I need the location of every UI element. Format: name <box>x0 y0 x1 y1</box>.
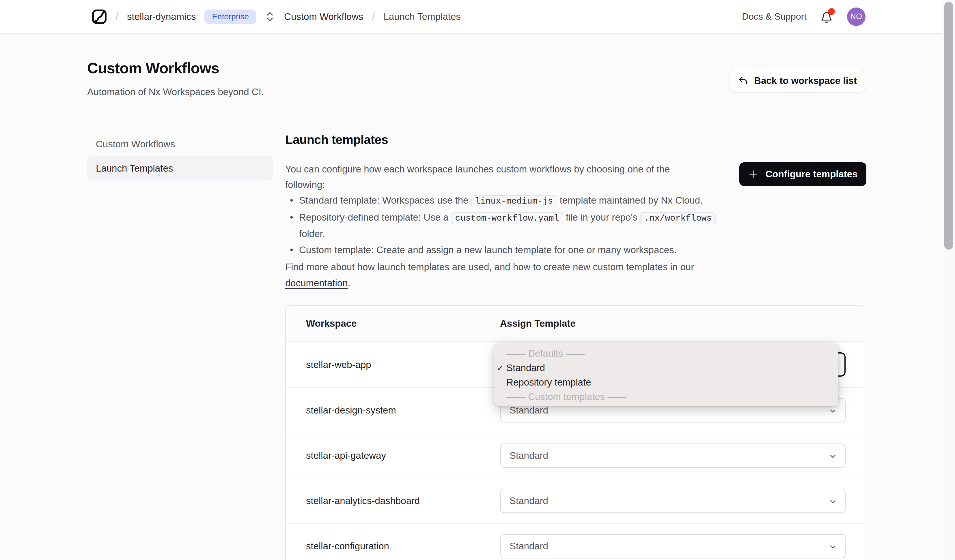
select-value: Standard <box>510 405 548 416</box>
list-item: Custom template: Create and assign a new… <box>285 242 747 258</box>
top-nav: / stellar-dynamics Enterprise Custom Wor… <box>0 0 955 34</box>
dropdown-option-repository-template[interactable]: Repository template <box>494 375 838 390</box>
breadcrumb-page: Launch Templates <box>384 11 461 22</box>
nav-actions: Docs & Support NO <box>742 8 866 26</box>
section-title: Launch templates <box>285 133 388 147</box>
configure-button-label: Configure templates <box>766 169 858 179</box>
dropdown-option-label: Standard <box>506 362 545 373</box>
configure-templates-button[interactable]: Configure templates <box>739 162 866 186</box>
code-chip: .nx/workflows <box>640 212 715 225</box>
docs-support-link[interactable]: Docs & Support <box>742 11 806 22</box>
table-row: stellar-analytics-dashboard Standard <box>286 478 865 523</box>
table-header: Workspace Assign Template <box>286 306 865 342</box>
intro-line1: You can configure how each workspace lau… <box>285 164 670 175</box>
find-more-paragraph: Find more about how launch templates are… <box>285 259 736 291</box>
dropdown-group-custom-templates: —— Custom templates —— <box>494 390 838 404</box>
workspace-name: stellar-api-gateway <box>306 433 386 478</box>
dropdown-option-standard[interactable]: ✓ Standard <box>494 361 838 375</box>
find-more-text: Find more about how launch templates are… <box>285 262 694 272</box>
back-button-label: Back to workspace list <box>754 75 857 86</box>
scrollbar-thumb[interactable] <box>944 2 953 250</box>
breadcrumb-separator: / <box>372 11 375 23</box>
back-to-workspace-list-button[interactable]: Back to workspace list <box>730 69 865 92</box>
template-options-list: Standard template: Workspaces use the li… <box>285 193 747 258</box>
notifications-button[interactable] <box>819 9 834 24</box>
chevron-down-icon <box>828 406 838 416</box>
documentation-link[interactable]: documentation <box>285 278 348 289</box>
breadcrumb-section[interactable]: Custom Workflows <box>284 11 363 22</box>
template-select[interactable]: Standard <box>500 534 845 558</box>
avatar[interactable]: NO <box>847 8 866 26</box>
column-header-workspace: Workspace <box>306 318 500 329</box>
enterprise-badge: Enterprise <box>204 9 256 24</box>
select-value: Standard <box>510 450 548 461</box>
checkmark-icon: ✓ <box>496 363 504 373</box>
dropdown-group-defaults: —— Defaults —— <box>494 346 838 361</box>
workspace-name: stellar-configuration <box>306 524 389 560</box>
column-header-assign-template: Assign Template <box>500 318 576 329</box>
breadcrumb-org[interactable]: stellar-dynamics <box>127 11 196 22</box>
plus-icon <box>748 169 758 179</box>
app-root: / stellar-dynamics Enterprise Custom Wor… <box>0 0 955 560</box>
page-title: Custom Workflows <box>87 59 219 77</box>
list-item: Standard template: Workspaces use the li… <box>285 193 747 209</box>
intro-line2: following: <box>285 179 325 190</box>
chevron-down-icon <box>828 451 838 462</box>
workspace-name: stellar-web-app <box>306 342 371 387</box>
code-chip: custom-workflow.yaml <box>451 212 563 225</box>
template-select[interactable]: Standard <box>500 489 845 513</box>
breadcrumb: / stellar-dynamics Enterprise Custom Wor… <box>92 9 461 24</box>
template-select-dropdown: —— Defaults —— ✓ Standard Repository tem… <box>494 343 838 406</box>
list-item: Repository-defined template: Use a custo… <box>285 210 747 242</box>
return-arrow-icon <box>738 76 748 86</box>
chevron-down-icon <box>828 496 838 507</box>
sidebar-item-launch-templates[interactable]: Launch Templates <box>87 156 273 181</box>
breadcrumb-separator: / <box>116 11 118 23</box>
dropdown-group-label: —— Custom templates —— <box>506 391 626 402</box>
bullet-text: Repository-defined template: Use a <box>299 212 451 223</box>
notification-dot <box>828 8 835 15</box>
workspace-switcher-icon[interactable] <box>265 9 276 24</box>
scrollbar-track <box>942 0 955 560</box>
sidebar-item-custom-workflows[interactable]: Custom Workflows <box>87 134 273 154</box>
bullet-text: file in your repo's <box>563 212 640 223</box>
bullet-text: template maintained by Nx Cloud. <box>557 195 703 206</box>
dropdown-group-label: —— Defaults —— <box>506 348 585 359</box>
select-value: Standard <box>510 541 548 552</box>
bullet-text: folder. <box>299 228 325 239</box>
table-row: stellar-api-gateway Standard <box>286 432 865 478</box>
code-chip: linux-medium-js <box>471 195 557 207</box>
chevron-down-icon <box>828 541 838 552</box>
page-subtitle: Automation of Nx Workspaces beyond CI. <box>87 86 264 97</box>
sidebar-item-label: Custom Workflows <box>96 139 175 150</box>
bullet-text: Custom template: Create and assign a new… <box>299 245 677 255</box>
nx-cloud-logo-icon[interactable] <box>92 9 107 24</box>
bullet-text: Standard template: Workspaces use the <box>299 195 471 206</box>
workspace-name: stellar-design-system <box>306 388 396 432</box>
dropdown-option-label: Repository template <box>506 377 591 388</box>
find-more-suffix: . <box>348 278 350 289</box>
table-row: stellar-configuration Standard <box>286 523 865 560</box>
select-value: Standard <box>510 495 548 506</box>
sidebar-item-label: Launch Templates <box>96 163 173 174</box>
workspace-name: stellar-analytics-dashboard <box>306 478 420 523</box>
intro-paragraph: You can configure how each workspace lau… <box>285 161 736 193</box>
template-select[interactable]: Standard <box>500 443 845 468</box>
